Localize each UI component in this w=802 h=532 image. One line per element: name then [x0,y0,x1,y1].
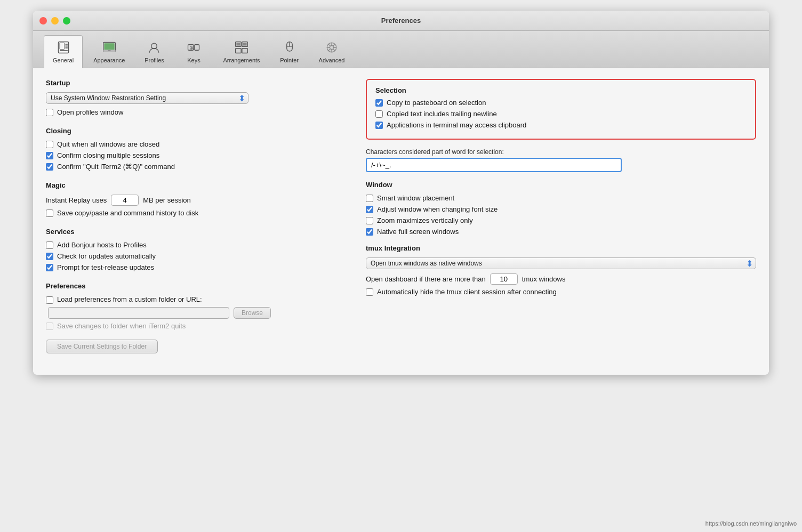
pref-title: Preferences [46,282,344,290]
check-updates-label: Check for updates automatically [57,252,156,260]
svg-line-32 [328,49,331,51]
save-on-quit-checkbox[interactable] [46,323,53,330]
save-history-row: Save copy/paste and command history to d… [46,209,344,217]
apps-clipboard-checkbox[interactable] [375,122,383,129]
window-controls [39,17,70,25]
copy-pasteboard-checkbox[interactable] [375,99,383,107]
svg-line-29 [328,44,331,46]
load-custom-label: Load preferences from a custom folder or… [57,295,202,303]
smart-placement-row: Smart window placement [366,194,756,202]
confirm-closing-label: Confirm closing multiple sessions [57,151,159,159]
tmux-auto-hide-row: Automatically hide the tmux client sessi… [366,288,756,296]
appearance-icon [101,39,118,56]
profiles-icon [146,39,163,56]
close-button[interactable] [39,17,47,25]
tab-pointer-label: Pointer [280,57,299,63]
word-chars-input[interactable] [366,158,622,172]
svg-text:⌘: ⌘ [190,45,195,51]
magic-section: Magic Instant Replay uses MB per session… [46,181,344,217]
minimize-button[interactable] [51,17,59,25]
tmux-dropdown[interactable]: Open tmux windows as native windows Open… [366,257,756,269]
left-panel: Startup Use System Window Restoration Se… [46,79,344,364]
toolbar: General Appearance Profiles [33,31,769,68]
zoom-vertical-checkbox[interactable] [366,217,373,224]
tab-general[interactable]: General [44,35,83,68]
quit-closed-checkbox[interactable] [46,141,53,148]
copied-newline-checkbox[interactable] [375,110,383,118]
svg-rect-4 [65,47,67,49]
save-history-label: Save copy/paste and command history to d… [57,209,198,217]
confirm-closing-checkbox[interactable] [46,152,53,159]
tmux-auto-hide-checkbox[interactable] [366,288,373,296]
tab-arrangements[interactable]: Arrangements [214,36,268,68]
zoom-vertical-row: Zoom maximizes vertically only [366,216,756,224]
window-title: Window [366,181,756,189]
prompt-release-label: Prompt for test-release updates [57,263,154,271]
instant-replay-input[interactable] [111,195,139,206]
smart-placement-label: Smart window placement [377,194,454,202]
prompt-release-checkbox[interactable] [46,264,53,271]
pref-folder-row: Browse [46,307,344,319]
tmux-section: tmux Integration Open tmux windows as na… [366,244,756,296]
svg-line-30 [333,49,335,51]
tmux-dashboard-input[interactable] [490,273,518,285]
open-profiles-label: Open profiles window [57,108,123,116]
adjust-font-row: Adjust window when changing font size [366,205,756,213]
pref-folder-input[interactable] [48,307,229,319]
tmux-dropdown-row: Open tmux windows as native windows Open… [366,257,756,269]
load-custom-checkbox[interactable] [46,296,53,304]
svg-point-10 [151,43,157,49]
tab-general-label: General [53,57,74,63]
svg-rect-13 [195,45,199,51]
tab-profiles[interactable]: Profiles [135,36,173,68]
confirm-quit-checkbox[interactable] [46,163,53,171]
confirm-quit-label: Confirm "Quit iTerm2 (⌘Q)" command [57,163,175,171]
pointer-icon [281,39,298,56]
tab-appearance[interactable]: Appearance [85,36,133,68]
confirm-closing-row: Confirm closing multiple sessions [46,151,344,159]
window-title: Preferences [381,17,421,25]
open-profiles-checkbox[interactable] [46,109,53,116]
tmux-dashboard-before: Open dashboard if there are more than [366,275,486,283]
svg-rect-2 [65,44,67,45]
quit-closed-row: Quit when all windows are closed [46,140,344,148]
adjust-font-checkbox[interactable] [366,206,373,213]
selection-box: Selection Copy to pasteboard on selectio… [366,79,756,140]
selection-title: Selection [375,86,747,94]
tab-advanced[interactable]: Advanced [310,36,354,68]
tmux-dropdown-wrapper: Open tmux windows as native windows Open… [366,257,756,269]
word-chars-section: Characters considered part of word for s… [366,148,756,172]
startup-dropdown-row: Use System Window Restoration Setting Op… [46,92,344,104]
save-settings-button[interactable]: Save Current Settings to Folder [46,340,158,353]
tmux-auto-hide-label: Automatically hide the tmux client sessi… [377,288,557,296]
check-updates-checkbox[interactable] [46,253,53,260]
check-updates-row: Check for updates automatically [46,252,344,260]
svg-rect-7 [104,43,114,50]
startup-dropdown[interactable]: Use System Window Restoration Setting Op… [46,92,248,104]
add-bonjour-checkbox[interactable] [46,241,53,249]
tab-pointer[interactable]: Pointer [271,36,308,68]
watermark: https://blog.csdn.net/mingliangniwo [705,520,797,527]
browse-button[interactable]: Browse [234,307,271,319]
startup-section: Startup Use System Window Restoration Se… [46,79,344,116]
tab-keys[interactable]: ⌘ Keys [175,36,212,68]
adjust-font-label: Adjust window when changing font size [377,205,498,213]
instant-replay-row: Instant Replay uses MB per session [46,195,344,206]
arrangements-icon [233,39,250,56]
maximize-button[interactable] [63,17,70,25]
prompt-release-row: Prompt for test-release updates [46,263,344,271]
svg-rect-9 [108,50,110,51]
startup-dropdown-wrapper: Use System Window Restoration Setting Op… [46,92,248,104]
smart-placement-checkbox[interactable] [366,195,373,202]
copy-pasteboard-label: Copy to pasteboard on selection [387,99,486,107]
tmux-title: tmux Integration [366,244,756,252]
native-fullscreen-checkbox[interactable] [366,228,373,236]
svg-line-31 [333,44,335,46]
save-history-checkbox[interactable] [46,209,53,217]
svg-rect-5 [60,50,68,51]
copied-newline-label: Copied text includes trailing newline [387,110,497,118]
svg-rect-18 [236,43,240,45]
apps-clipboard-label: Applications in terminal may access clip… [387,121,526,129]
load-custom-row: Load preferences from a custom folder or… [46,295,344,304]
svg-rect-16 [236,49,242,53]
